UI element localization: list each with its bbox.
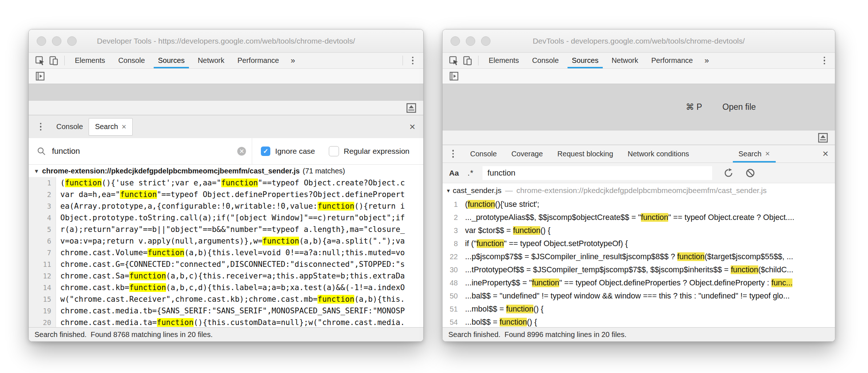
search-result-line[interactable]: 2var da=h,ea="function"==typeof Object.d… bbox=[29, 189, 423, 200]
search-result-line[interactable]: 8if ("function" == typeof Object.setProt… bbox=[443, 237, 835, 250]
drawer-tab-request-blocking[interactable]: Request blocking bbox=[550, 145, 620, 163]
line-number: 22 bbox=[443, 250, 463, 263]
device-toolbar-icon[interactable] bbox=[461, 53, 475, 68]
expand-drawer-icon[interactable] bbox=[404, 103, 418, 113]
search-result-line[interactable]: 48...ineProperty$$ = "function" == typeo… bbox=[443, 276, 835, 289]
search-match-highlight: function bbox=[731, 265, 758, 274]
sources-sidebar-row bbox=[29, 69, 423, 84]
line-content: ..._prototypeAlias$$, $$jscomp$objectCre… bbox=[463, 211, 835, 224]
tab-sources[interactable]: Sources bbox=[152, 53, 191, 68]
tab-close-icon[interactable]: × bbox=[765, 150, 770, 158]
search-match-highlight: function bbox=[318, 295, 354, 304]
line-number: 3 bbox=[443, 224, 463, 237]
tab-network[interactable]: Network bbox=[605, 53, 645, 68]
line-number: 3 bbox=[29, 200, 56, 212]
search-result-line[interactable]: 54...bol$$ = function() { bbox=[443, 316, 835, 327]
tab-console[interactable]: Console bbox=[525, 53, 565, 68]
tab-sources[interactable]: Sources bbox=[565, 53, 605, 68]
line-number: 12 bbox=[29, 270, 56, 282]
search-match-highlight: function bbox=[641, 213, 668, 222]
line-number: 19 bbox=[29, 305, 56, 317]
more-panels-button[interactable]: » bbox=[699, 53, 714, 68]
drawer-tab-search[interactable]: Search× bbox=[731, 145, 777, 163]
title-bar[interactable]: DevTools - developers.google.com/web/too… bbox=[443, 29, 835, 53]
search-result-line[interactable]: 51...mbol$$ = function() { bbox=[443, 302, 835, 316]
search-result-line[interactable]: 11chrome.cast.G={CONNECTED:"connected",D… bbox=[29, 258, 423, 270]
search-result-line[interactable]: 1(function(){'use strict'; bbox=[443, 198, 835, 211]
clear-search-icon[interactable] bbox=[745, 168, 756, 178]
drawer-tab-search[interactable]: Search× bbox=[89, 118, 132, 136]
main-toolbar: ElementsConsoleSourcesNetworkPerformance… bbox=[443, 53, 835, 69]
tab-elements[interactable]: Elements bbox=[68, 53, 112, 68]
search-result-line[interactable]: 1(function(){'use strict';var e,aa="func… bbox=[29, 177, 423, 189]
search-result-line[interactable]: 19chrome.cast.media.tb={SANS_SERIF:"SANS… bbox=[29, 305, 423, 317]
match-case-toggle[interactable]: Aa bbox=[449, 169, 459, 177]
show-navigator-icon[interactable] bbox=[447, 71, 461, 81]
search-result-line[interactable]: 12chrome.cast.Sa=function(a,b,c){this.re… bbox=[29, 270, 423, 282]
drawer-tab-console[interactable]: Console bbox=[463, 145, 504, 163]
expand-drawer-icon[interactable] bbox=[816, 132, 830, 143]
inspect-element-icon[interactable] bbox=[447, 53, 461, 68]
search-result-line[interactable]: 5r(a);return"array"==b||"object"==b&&"nu… bbox=[29, 224, 423, 235]
search-result-line[interactable]: 50...bal$$ = "undefined" != typeof windo… bbox=[443, 289, 835, 302]
more-panels-button[interactable]: » bbox=[286, 53, 300, 68]
regular-expression-option[interactable]: Regular expression bbox=[329, 146, 409, 156]
device-toolbar-icon[interactable] bbox=[47, 53, 61, 68]
clear-search-icon[interactable]: ✕ bbox=[237, 147, 246, 156]
search-match-highlight: function bbox=[500, 318, 527, 326]
search-match-highlight: function bbox=[157, 318, 194, 327]
search-input[interactable] bbox=[51, 146, 232, 156]
search-result-line[interactable]: 14chrome.cast.kb=function(a,b,c,d){this.… bbox=[29, 282, 423, 293]
drawer-menu-icon[interactable] bbox=[35, 123, 47, 131]
main-menu-icon[interactable] bbox=[818, 53, 831, 68]
result-file-header[interactable]: ▼ chrome-extension://pkedcjkdefgpdelpbcm… bbox=[29, 165, 423, 177]
search-toolbar: Aa .* bbox=[443, 163, 835, 183]
line-content: ...bol$$ = function() { bbox=[463, 316, 835, 327]
search-result-line[interactable]: 15w("chrome.cast.Receiver",chrome.cast.k… bbox=[29, 293, 423, 305]
search-result-line[interactable]: 3var $ctor$$ = function() { bbox=[443, 224, 835, 237]
ignore-case-checkbox[interactable]: ✓ bbox=[261, 147, 270, 156]
tab-elements[interactable]: Elements bbox=[482, 53, 525, 68]
drawer-tab-label: Request blocking bbox=[557, 150, 613, 158]
tab-performance[interactable]: Performance bbox=[231, 53, 286, 68]
search-input[interactable] bbox=[487, 168, 708, 178]
search-results: ▼ chrome-extension://pkedcjkdefgpdelpbcm… bbox=[29, 165, 423, 327]
drawer-tab-coverage[interactable]: Coverage bbox=[504, 145, 550, 163]
search-result-line[interactable]: 30...tPrototypeOf$$ = $JSCompiler_temp$j… bbox=[443, 263, 835, 276]
close-drawer-icon[interactable]: × bbox=[820, 149, 831, 159]
ignore-case-option[interactable]: ✓ Ignore case bbox=[261, 147, 315, 156]
tab-network[interactable]: Network bbox=[191, 53, 231, 68]
tab-performance[interactable]: Performance bbox=[645, 53, 700, 68]
title-bar[interactable]: Developer Tools - https://developers.goo… bbox=[29, 29, 423, 53]
search-result-line[interactable]: 4Object.prototype.toString.call(a);if("[… bbox=[29, 212, 423, 224]
search-result-line[interactable]: 2..._prototypeAlias$$, $$jscomp$objectCr… bbox=[443, 211, 835, 224]
search-result-line[interactable]: 22...p$jscomp$7$$ = $JSCompiler_inline_r… bbox=[443, 250, 835, 263]
refresh-search-icon[interactable] bbox=[723, 168, 734, 178]
search-result-line[interactable]: 6v=oa:v=pa;return v.apply(null,arguments… bbox=[29, 235, 423, 247]
drawer-tab-network-conditions[interactable]: Network conditions bbox=[621, 145, 697, 163]
tab-close-icon[interactable]: × bbox=[122, 123, 126, 131]
drawer-tab-console[interactable]: Console bbox=[51, 115, 89, 138]
drawer-tabs: ConsoleCoverageRequest blockingNetwork c… bbox=[463, 145, 777, 163]
tab-console[interactable]: Console bbox=[112, 53, 151, 68]
inspect-element-icon[interactable] bbox=[33, 53, 47, 68]
line-content: ...bal$$ = "undefined" != typeof window … bbox=[463, 289, 835, 302]
search-result-line[interactable]: 3ea(Array.prototype,a,{configurable:!0,w… bbox=[29, 200, 423, 212]
result-file-header[interactable]: ▾ cast_sender.js — chrome-extension://pk… bbox=[443, 183, 835, 198]
search-result-line[interactable]: 20chrome.cast.media.ta=function(){this.c… bbox=[29, 317, 423, 327]
show-navigator-icon[interactable] bbox=[33, 71, 47, 81]
collapse-triangle-icon[interactable]: ▾ bbox=[447, 187, 450, 194]
drawer-menu-icon[interactable] bbox=[447, 150, 459, 158]
line-content: ...mbol$$ = function() { bbox=[463, 302, 835, 316]
line-number: 1 bbox=[29, 177, 56, 189]
main-menu-icon[interactable] bbox=[407, 53, 419, 68]
regular-expression-label: Regular expression bbox=[344, 147, 409, 156]
result-match-count: (71 matches) bbox=[303, 167, 345, 175]
collapse-triangle-icon[interactable]: ▼ bbox=[34, 168, 39, 174]
line-number: 50 bbox=[443, 289, 463, 302]
regex-toggle[interactable]: .* bbox=[468, 168, 474, 178]
regular-expression-checkbox[interactable] bbox=[329, 146, 339, 156]
search-result-line[interactable]: 7chrome.cast.Volume=function(a,b){this.l… bbox=[29, 247, 423, 258]
close-drawer-icon[interactable]: × bbox=[407, 122, 417, 132]
search-match-highlight: function bbox=[477, 239, 504, 248]
